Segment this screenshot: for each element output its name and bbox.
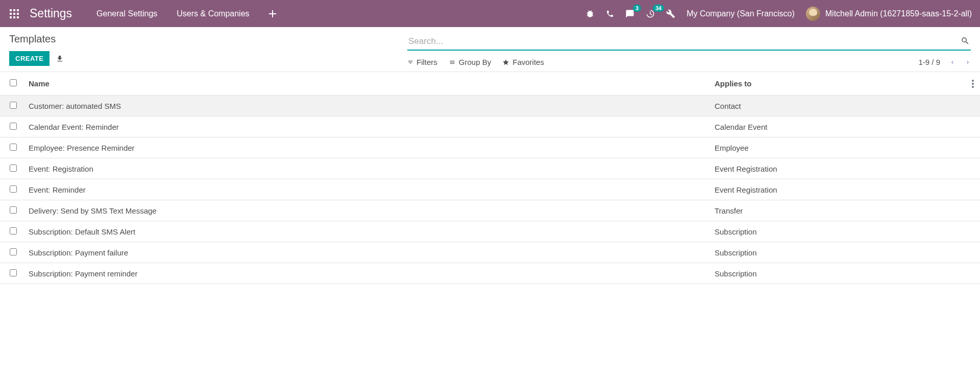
row-checkbox[interactable] [10, 185, 17, 193]
svg-rect-1 [13, 9, 15, 11]
cell-applies: Subscription [715, 269, 980, 278]
row-checkbox[interactable] [10, 123, 17, 130]
filters-label: Filters [416, 58, 437, 66]
col-header-applies[interactable]: Applies to [715, 79, 980, 88]
pager-prev[interactable] [949, 58, 955, 66]
user-name: Mitchell Admin (16271859-saas-15-2-all) [825, 9, 972, 18]
favorites-menu[interactable]: Favorites [502, 58, 544, 66]
table-row[interactable]: Subscription: Payment reminderSubscripti… [0, 263, 980, 284]
table-row[interactable]: Customer: automated SMSContact [0, 96, 980, 116]
pager-range[interactable]: 1-9 / 9 [918, 58, 940, 66]
row-checkbox[interactable] [10, 227, 17, 235]
tools-icon[interactable] [666, 9, 675, 18]
pager: 1-9 / 9 [918, 58, 971, 66]
cell-applies: Calendar Event [715, 123, 980, 131]
activities-icon[interactable]: 34 [646, 9, 655, 18]
messages-badge: 3 [633, 5, 641, 12]
breadcrumb: Templates [9, 33, 387, 45]
group-by-menu[interactable]: Group By [449, 58, 491, 66]
control-panel: Templates CREATE Filters Group By [0, 27, 980, 66]
star-icon [502, 59, 509, 66]
cell-name: Subscription: Payment failure [27, 248, 715, 257]
svg-point-13 [972, 86, 974, 88]
svg-rect-8 [17, 16, 19, 18]
cell-applies: Employee [715, 144, 980, 152]
optional-columns-icon[interactable] [972, 80, 974, 88]
cell-name: Event: Registration [27, 165, 715, 173]
cell-applies: Transfer [715, 206, 980, 215]
add-menu-icon[interactable] [264, 10, 281, 17]
row-checkbox[interactable] [10, 102, 17, 109]
select-all-checkbox[interactable] [10, 79, 17, 86]
cell-name: Calendar Event: Reminder [27, 123, 715, 131]
cell-name: Subscription: Default SMS Alert [27, 227, 715, 236]
svg-point-12 [972, 83, 974, 85]
cell-applies: Contact [715, 102, 980, 110]
search-input[interactable] [407, 33, 971, 50]
menu-general-settings[interactable]: General Settings [91, 9, 162, 18]
search-bar [407, 33, 971, 51]
list-view: Name Applies to Customer: automated SMSC… [0, 72, 980, 284]
app-title[interactable]: Settings [30, 7, 72, 20]
create-button[interactable]: CREATE [9, 51, 50, 66]
user-menu[interactable]: Mitchell Admin (16271859-saas-15-2-all) [806, 7, 972, 21]
table-row[interactable]: Delivery: Send by SMS Text MessageTransf… [0, 200, 980, 221]
row-checkbox[interactable] [10, 248, 17, 255]
col-header-name[interactable]: Name [27, 79, 715, 88]
table-row[interactable]: Calendar Event: ReminderCalendar Event [0, 116, 980, 137]
table-row[interactable]: Subscription: Payment failureSubscriptio… [0, 242, 980, 263]
cell-applies: Event Registration [715, 165, 980, 173]
menu-users-companies[interactable]: Users & Companies [172, 9, 254, 18]
cell-name: Delivery: Send by SMS Text Message [27, 206, 715, 215]
svg-point-11 [972, 80, 974, 82]
download-icon [56, 55, 64, 63]
svg-rect-0 [10, 9, 12, 11]
svg-rect-10 [269, 13, 276, 14]
row-checkbox[interactable] [10, 144, 17, 151]
pager-next[interactable] [965, 58, 971, 66]
messages-icon[interactable]: 3 [625, 9, 634, 18]
cell-name: Subscription: Payment reminder [27, 269, 715, 278]
import-button[interactable] [56, 55, 64, 63]
group-by-label: Group By [459, 58, 491, 66]
table-row[interactable]: Event: ReminderEvent Registration [0, 179, 980, 200]
favorites-label: Favorites [512, 58, 544, 66]
svg-rect-7 [13, 16, 15, 18]
row-checkbox[interactable] [10, 269, 17, 276]
company-switcher[interactable]: My Company (San Francisco) [687, 9, 795, 18]
svg-rect-4 [13, 13, 15, 15]
filters-menu[interactable]: Filters [407, 58, 437, 66]
cell-applies: Subscription [715, 248, 980, 257]
row-checkbox[interactable] [10, 165, 17, 172]
activities-badge: 34 [653, 5, 664, 12]
phone-icon[interactable] [606, 10, 614, 18]
debug-icon[interactable] [585, 9, 595, 18]
cell-applies: Event Registration [715, 185, 980, 194]
svg-rect-3 [10, 13, 12, 15]
table-row[interactable]: Subscription: Default SMS AlertSubscript… [0, 221, 980, 242]
row-checkbox[interactable] [10, 206, 17, 214]
navbar: Settings General Settings Users & Compan… [0, 0, 980, 27]
svg-rect-5 [17, 13, 19, 15]
avatar [806, 7, 820, 21]
group-by-icon [449, 59, 456, 65]
cell-name: Customer: automated SMS [27, 102, 715, 110]
cell-name: Event: Reminder [27, 185, 715, 194]
search-icon[interactable] [961, 36, 970, 45]
cell-applies: Subscription [715, 227, 980, 236]
table-row[interactable]: Event: RegistrationEvent Registration [0, 158, 980, 179]
cell-name: Employee: Presence Reminder [27, 144, 715, 152]
svg-rect-2 [17, 9, 19, 11]
svg-rect-6 [10, 16, 12, 18]
list-header: Name Applies to [0, 72, 980, 96]
table-row[interactable]: Employee: Presence ReminderEmployee [0, 137, 980, 158]
filter-icon [407, 59, 413, 65]
apps-menu-icon[interactable] [8, 8, 20, 20]
